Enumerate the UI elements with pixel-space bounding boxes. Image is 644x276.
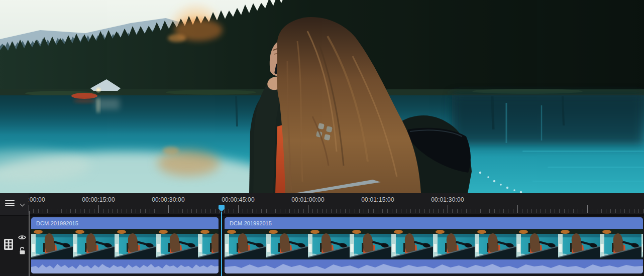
ruler-timecode-label: 00:01:15:00 <box>361 196 394 203</box>
beached-canoes <box>71 93 97 99</box>
clip-filmstrip <box>225 229 643 259</box>
clip-audio-waveform <box>31 259 219 273</box>
track-header <box>0 216 29 276</box>
timeline-ruler[interactable]: 00:00:00:0000:00:15:0000:00:30:0000:00:4… <box>29 193 644 216</box>
video-clip[interactable]: DCM-201992015 <box>31 217 219 273</box>
clip-title[interactable]: DCM-201992015 <box>31 217 219 229</box>
ruler-timecode-label: 00:00:15:00 <box>82 196 115 203</box>
video-preview[interactable] <box>0 0 644 193</box>
video-track-icon <box>4 239 13 250</box>
track-start-divider <box>29 211 30 276</box>
app-window: 00:00:00:0000:00:15:0000:00:30:0000:00:4… <box>0 0 644 276</box>
playhead-line <box>221 212 222 276</box>
ruler-timecode-label: 00:00:00:00 <box>29 196 45 203</box>
track-lock-open-icon[interactable] <box>19 246 26 254</box>
ruler-timecode-label: 00:01:30:00 <box>431 196 464 203</box>
timeline-panel: 00:00:00:0000:00:15:0000:00:30:0000:00:4… <box>0 193 644 276</box>
ruler-timecode-label: 00:00:30:00 <box>152 196 185 203</box>
clip-title[interactable]: DCM-201992015 <box>225 217 643 229</box>
timeline-menu-icon[interactable] <box>5 200 15 207</box>
clip-filmstrip <box>31 229 219 259</box>
timeline-toolbar <box>0 193 29 216</box>
clip-audio-waveform <box>225 259 643 273</box>
track-visibility-eye-icon[interactable] <box>18 234 26 240</box>
ruler-timecode-label: 00:01:00:00 <box>291 196 325 203</box>
video-clip[interactable]: DCM-201992015 <box>225 217 643 273</box>
ruler-timecode-label: 00:00:45:00 <box>222 196 255 203</box>
chevron-down-icon[interactable] <box>20 202 24 206</box>
